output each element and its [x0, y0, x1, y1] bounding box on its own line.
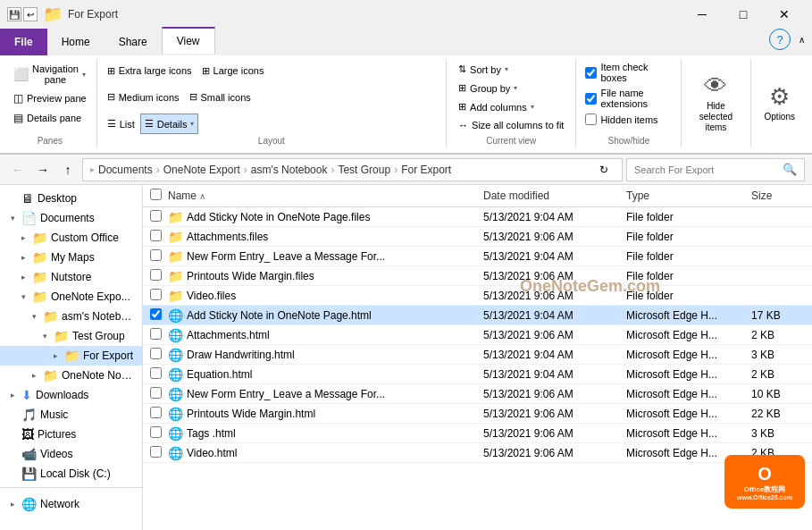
- tab-share[interactable]: Share: [105, 29, 162, 55]
- minimize-button[interactable]: ─: [682, 0, 723, 29]
- sidebar-item-my-maps[interactable]: ▸ 📁 My Maps: [0, 248, 142, 267]
- sidebar-item-music[interactable]: 🎵 Music: [0, 405, 142, 425]
- file-row[interactable]: 📁 Printouts Wide Margin.files 5/13/2021 …: [143, 266, 812, 286]
- file-type-icon: 📁: [168, 289, 183, 303]
- file-row[interactable]: 🌐 Add Sticky Note in OneNote Page.html 5…: [143, 306, 812, 325]
- hidden-items-option[interactable]: Hidden items: [583, 113, 674, 126]
- sidebar-item-onenote-export[interactable]: ▾ 📁 OneNote Expo...: [0, 287, 142, 307]
- sidebar-item-network[interactable]: ▸ 🌐 Network: [0, 494, 142, 514]
- sidebar-item-nutstore[interactable]: ▸ 📁 Nutstore: [0, 267, 142, 287]
- tab-home[interactable]: Home: [47, 29, 105, 55]
- file-extensions-option[interactable]: File name extensions: [583, 87, 674, 110]
- search-box[interactable]: 🔍: [626, 158, 805, 181]
- row-checkbox[interactable]: [150, 367, 162, 379]
- back-button[interactable]: ←: [7, 159, 29, 181]
- row-checkbox[interactable]: [150, 328, 162, 340]
- current-view-group-label: Current view: [454, 136, 568, 146]
- group-by-arrow: ▾: [514, 84, 517, 92]
- help-button[interactable]: ?: [769, 29, 791, 50]
- forward-button[interactable]: →: [32, 159, 54, 181]
- row-checkbox[interactable]: [150, 426, 162, 438]
- size-columns-button[interactable]: ↔ Size all columns to fit: [454, 117, 568, 133]
- file-row[interactable]: 📁 Video.files 5/13/2021 9:06 AM File fol…: [143, 286, 812, 306]
- undo-quick-icon[interactable]: ↩: [23, 7, 38, 21]
- row-name: 📁 Printouts Wide Margin.files: [168, 269, 483, 283]
- sidebar-item-onenote-note[interactable]: ▸ 📁 OneNote Note...: [0, 366, 142, 385]
- file-row[interactable]: 🌐 Attachments.html 5/13/2021 9:06 AM Mic…: [143, 325, 812, 345]
- header-name[interactable]: Name ∧: [168, 189, 483, 202]
- sidebar-item-downloads[interactable]: ▸ ⬇ Downloads: [0, 385, 142, 405]
- breadcrumb-documents[interactable]: Documents: [98, 164, 153, 176]
- sidebar-item-asms-notebook[interactable]: ▾ 📁 asm's Notebo...: [0, 307, 142, 326]
- header-date[interactable]: Date modified: [483, 189, 626, 202]
- item-checkboxes-option[interactable]: Item check boxes: [583, 61, 674, 84]
- sort-by-button[interactable]: ⇅ Sort by ▾: [454, 61, 568, 78]
- hide-selected-button[interactable]: 👁 Hide selecteditems: [689, 61, 742, 144]
- sidebar-item-videos[interactable]: 📹 Videos: [0, 444, 142, 464]
- details-button[interactable]: ☰ Details ▾: [140, 114, 199, 134]
- row-checkbox[interactable]: [150, 348, 162, 359]
- file-extensions-checkbox[interactable]: [585, 93, 597, 105]
- select-all-checkbox[interactable]: [150, 189, 162, 200]
- row-checkbox[interactable]: [150, 387, 162, 399]
- file-row[interactable]: 📁 Attachments.files 5/13/2021 9:06 AM Fi…: [143, 227, 812, 247]
- details-pane-button[interactable]: ▤ Details pane: [9, 109, 91, 127]
- refresh-button[interactable]: ↻: [593, 159, 615, 181]
- medium-icons-button[interactable]: ⊟ Medium icons: [103, 88, 184, 108]
- row-checkbox[interactable]: [150, 269, 162, 281]
- sidebar-my-maps-label: My Maps: [51, 251, 95, 264]
- file-row[interactable]: 🌐 New Form Entry_ Leave a Message For...…: [143, 384, 812, 404]
- sidebar-item-documents[interactable]: ▾ 📄 Documents: [0, 208, 142, 228]
- preview-pane-button[interactable]: ◫ Preview pane: [9, 89, 91, 107]
- header-type[interactable]: Type: [626, 189, 751, 202]
- list-button[interactable]: ☰ List: [103, 114, 139, 134]
- tab-view[interactable]: View: [162, 27, 215, 54]
- small-icons-button[interactable]: ⊟ Small icons: [185, 88, 255, 108]
- sidebar-item-local-disk[interactable]: 💾 Local Disk (C:): [0, 464, 142, 484]
- sidebar-item-for-export[interactable]: ▸ 📁 For Export: [0, 346, 142, 366]
- row-checkbox[interactable]: [150, 407, 162, 418]
- search-input[interactable]: [634, 164, 779, 175]
- extra-large-icons-button[interactable]: ⊞ Extra large icons: [103, 61, 197, 81]
- row-size: 10 KB: [751, 388, 805, 400]
- row-checkbox[interactable]: [150, 210, 162, 222]
- ribbon-collapse-button[interactable]: ∧: [791, 29, 812, 50]
- breadcrumb-asms-notebook[interactable]: asm's Notebook: [251, 164, 328, 176]
- breadcrumb-for-export[interactable]: For Export: [401, 164, 451, 176]
- file-row[interactable]: 📁 Add Sticky Note in OneNote Page.files …: [143, 207, 812, 227]
- large-icons-button[interactable]: ⊞ Large icons: [197, 61, 269, 81]
- row-checkbox[interactable]: [150, 289, 162, 300]
- file-row[interactable]: 🌐 Draw Handwriting.html 5/13/2021 9:04 A…: [143, 345, 812, 365]
- row-checkbox[interactable]: [150, 446, 162, 458]
- up-button[interactable]: ↑: [57, 159, 79, 181]
- sidebar-item-test-group[interactable]: ▾ 📁 Test Group: [0, 326, 142, 346]
- group-by-button[interactable]: ⊞ Group by ▾: [454, 80, 568, 97]
- file-row[interactable]: 🌐 Tags .html 5/13/2021 9:06 AM Microsoft…: [143, 424, 812, 443]
- breadcrumb-onenote-export[interactable]: OneNote Export: [163, 164, 240, 176]
- breadcrumb[interactable]: ▸ Documents › OneNote Export › asm's Not…: [82, 158, 623, 181]
- tab-file[interactable]: File: [0, 29, 47, 55]
- header-size[interactable]: Size: [751, 189, 805, 202]
- file-row[interactable]: 📁 New Form Entry_ Leave a Message For...…: [143, 247, 812, 266]
- file-row[interactable]: 🌐 Video.html 5/13/2021 9:06 AM Microsoft…: [143, 443, 812, 463]
- options-button[interactable]: ⚙ Options: [758, 61, 801, 144]
- row-checkbox[interactable]: [150, 249, 162, 261]
- add-columns-button[interactable]: ⊞ Add columns ▾: [454, 98, 568, 115]
- row-checkbox[interactable]: [150, 230, 162, 241]
- row-size: 3 KB: [751, 349, 805, 361]
- hidden-items-checkbox[interactable]: [585, 114, 597, 125]
- sidebar-item-desktop[interactable]: 🖥 Desktop: [0, 189, 142, 208]
- maximize-button[interactable]: □: [723, 0, 764, 29]
- row-date: 5/13/2021 9:06 AM: [483, 408, 626, 420]
- close-button[interactable]: ✕: [764, 0, 805, 29]
- file-row[interactable]: 🌐 Equation.html 5/13/2021 9:04 AM Micros…: [143, 365, 812, 384]
- file-row[interactable]: 🌐 Printouts Wide Margin.html 5/13/2021 9…: [143, 404, 812, 424]
- breadcrumb-test-group[interactable]: Test Group: [338, 164, 390, 176]
- save-quick-icon[interactable]: 💾: [7, 7, 21, 21]
- sidebar-network-label: Network: [40, 498, 80, 510]
- navigation-pane-button[interactable]: ⬜ Navigationpane ▾: [9, 61, 91, 88]
- item-checkboxes-checkbox[interactable]: [585, 67, 597, 79]
- sidebar-item-custom-office[interactable]: ▸ 📁 Custom Office: [0, 228, 142, 248]
- sidebar-item-pictures[interactable]: 🖼 Pictures: [0, 425, 142, 444]
- row-checkbox[interactable]: [150, 308, 162, 320]
